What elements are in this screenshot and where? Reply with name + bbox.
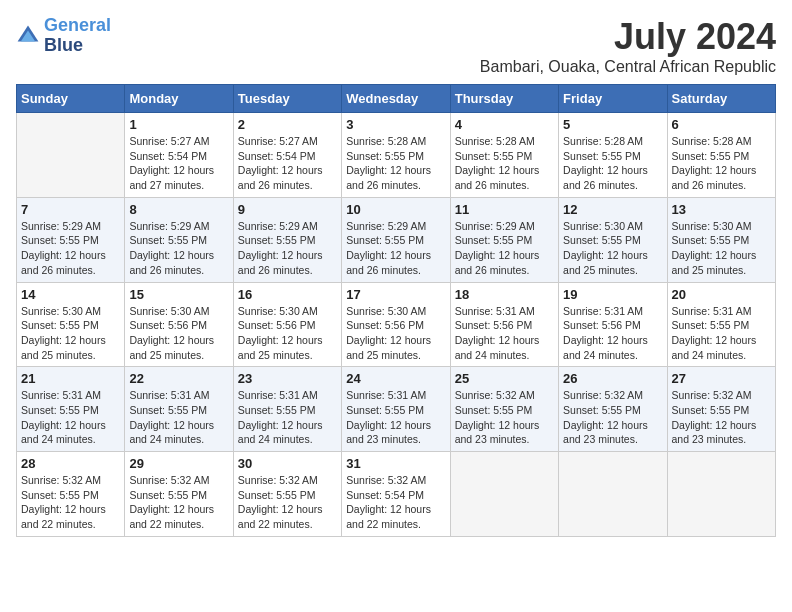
day-number: 3 — [346, 117, 445, 132]
calendar-cell: 19Sunrise: 5:31 AM Sunset: 5:56 PM Dayli… — [559, 282, 667, 367]
day-number: 21 — [21, 371, 120, 386]
title-area: July 2024 Bambari, Ouaka, Central Africa… — [480, 16, 776, 76]
day-info: Sunrise: 5:28 AM Sunset: 5:55 PM Dayligh… — [455, 134, 554, 193]
day-info: Sunrise: 5:31 AM Sunset: 5:55 PM Dayligh… — [129, 388, 228, 447]
day-info: Sunrise: 5:27 AM Sunset: 5:54 PM Dayligh… — [129, 134, 228, 193]
calendar-cell: 9Sunrise: 5:29 AM Sunset: 5:55 PM Daylig… — [233, 197, 341, 282]
day-number: 10 — [346, 202, 445, 217]
day-number: 2 — [238, 117, 337, 132]
day-info: Sunrise: 5:28 AM Sunset: 5:55 PM Dayligh… — [672, 134, 771, 193]
calendar-cell: 23Sunrise: 5:31 AM Sunset: 5:55 PM Dayli… — [233, 367, 341, 452]
day-header-wednesday: Wednesday — [342, 85, 450, 113]
main-title: July 2024 — [480, 16, 776, 58]
calendar-cell: 30Sunrise: 5:32 AM Sunset: 5:55 PM Dayli… — [233, 452, 341, 537]
calendar-table: SundayMondayTuesdayWednesdayThursdayFrid… — [16, 84, 776, 537]
calendar-cell: 20Sunrise: 5:31 AM Sunset: 5:55 PM Dayli… — [667, 282, 775, 367]
day-number: 27 — [672, 371, 771, 386]
logo-icon — [16, 24, 40, 48]
day-number: 19 — [563, 287, 662, 302]
calendar-body: 1Sunrise: 5:27 AM Sunset: 5:54 PM Daylig… — [17, 113, 776, 537]
day-info: Sunrise: 5:31 AM Sunset: 5:55 PM Dayligh… — [21, 388, 120, 447]
logo-text: General Blue — [44, 16, 111, 56]
day-info: Sunrise: 5:29 AM Sunset: 5:55 PM Dayligh… — [21, 219, 120, 278]
calendar-cell: 21Sunrise: 5:31 AM Sunset: 5:55 PM Dayli… — [17, 367, 125, 452]
day-header-saturday: Saturday — [667, 85, 775, 113]
calendar-cell: 3Sunrise: 5:28 AM Sunset: 5:55 PM Daylig… — [342, 113, 450, 198]
day-info: Sunrise: 5:32 AM Sunset: 5:55 PM Dayligh… — [672, 388, 771, 447]
day-info: Sunrise: 5:32 AM Sunset: 5:55 PM Dayligh… — [563, 388, 662, 447]
day-header-friday: Friday — [559, 85, 667, 113]
day-info: Sunrise: 5:30 AM Sunset: 5:56 PM Dayligh… — [129, 304, 228, 363]
day-number: 24 — [346, 371, 445, 386]
day-info: Sunrise: 5:30 AM Sunset: 5:55 PM Dayligh… — [563, 219, 662, 278]
calendar-cell: 18Sunrise: 5:31 AM Sunset: 5:56 PM Dayli… — [450, 282, 558, 367]
day-info: Sunrise: 5:32 AM Sunset: 5:55 PM Dayligh… — [21, 473, 120, 532]
day-info: Sunrise: 5:31 AM Sunset: 5:55 PM Dayligh… — [672, 304, 771, 363]
calendar-cell: 1Sunrise: 5:27 AM Sunset: 5:54 PM Daylig… — [125, 113, 233, 198]
day-info: Sunrise: 5:29 AM Sunset: 5:55 PM Dayligh… — [238, 219, 337, 278]
day-number: 26 — [563, 371, 662, 386]
calendar-cell: 13Sunrise: 5:30 AM Sunset: 5:55 PM Dayli… — [667, 197, 775, 282]
subtitle: Bambari, Ouaka, Central African Republic — [480, 58, 776, 76]
calendar-cell: 22Sunrise: 5:31 AM Sunset: 5:55 PM Dayli… — [125, 367, 233, 452]
day-info: Sunrise: 5:28 AM Sunset: 5:55 PM Dayligh… — [563, 134, 662, 193]
day-info: Sunrise: 5:31 AM Sunset: 5:55 PM Dayligh… — [238, 388, 337, 447]
day-number: 20 — [672, 287, 771, 302]
calendar-cell: 28Sunrise: 5:32 AM Sunset: 5:55 PM Dayli… — [17, 452, 125, 537]
day-info: Sunrise: 5:30 AM Sunset: 5:56 PM Dayligh… — [346, 304, 445, 363]
week-row: 1Sunrise: 5:27 AM Sunset: 5:54 PM Daylig… — [17, 113, 776, 198]
day-header-monday: Monday — [125, 85, 233, 113]
day-number: 13 — [672, 202, 771, 217]
day-info: Sunrise: 5:32 AM Sunset: 5:55 PM Dayligh… — [455, 388, 554, 447]
day-info: Sunrise: 5:27 AM Sunset: 5:54 PM Dayligh… — [238, 134, 337, 193]
calendar-cell: 17Sunrise: 5:30 AM Sunset: 5:56 PM Dayli… — [342, 282, 450, 367]
day-info: Sunrise: 5:31 AM Sunset: 5:56 PM Dayligh… — [563, 304, 662, 363]
day-info: Sunrise: 5:29 AM Sunset: 5:55 PM Dayligh… — [455, 219, 554, 278]
day-info: Sunrise: 5:32 AM Sunset: 5:55 PM Dayligh… — [238, 473, 337, 532]
day-number: 18 — [455, 287, 554, 302]
day-number: 25 — [455, 371, 554, 386]
calendar-cell: 10Sunrise: 5:29 AM Sunset: 5:55 PM Dayli… — [342, 197, 450, 282]
day-header-tuesday: Tuesday — [233, 85, 341, 113]
day-number: 8 — [129, 202, 228, 217]
logo: General Blue — [16, 16, 111, 56]
header: General Blue July 2024 Bambari, Ouaka, C… — [16, 16, 776, 76]
calendar-cell: 31Sunrise: 5:32 AM Sunset: 5:54 PM Dayli… — [342, 452, 450, 537]
day-number: 9 — [238, 202, 337, 217]
calendar-header-row: SundayMondayTuesdayWednesdayThursdayFrid… — [17, 85, 776, 113]
day-info: Sunrise: 5:29 AM Sunset: 5:55 PM Dayligh… — [129, 219, 228, 278]
day-info: Sunrise: 5:32 AM Sunset: 5:55 PM Dayligh… — [129, 473, 228, 532]
day-info: Sunrise: 5:32 AM Sunset: 5:54 PM Dayligh… — [346, 473, 445, 532]
week-row: 7Sunrise: 5:29 AM Sunset: 5:55 PM Daylig… — [17, 197, 776, 282]
day-number: 28 — [21, 456, 120, 471]
calendar-cell — [559, 452, 667, 537]
calendar-cell: 7Sunrise: 5:29 AM Sunset: 5:55 PM Daylig… — [17, 197, 125, 282]
day-number: 7 — [21, 202, 120, 217]
day-number: 31 — [346, 456, 445, 471]
week-row: 14Sunrise: 5:30 AM Sunset: 5:55 PM Dayli… — [17, 282, 776, 367]
week-row: 21Sunrise: 5:31 AM Sunset: 5:55 PM Dayli… — [17, 367, 776, 452]
day-number: 30 — [238, 456, 337, 471]
day-number: 15 — [129, 287, 228, 302]
calendar-cell: 24Sunrise: 5:31 AM Sunset: 5:55 PM Dayli… — [342, 367, 450, 452]
calendar-cell — [17, 113, 125, 198]
day-number: 11 — [455, 202, 554, 217]
calendar-cell — [667, 452, 775, 537]
calendar-cell: 6Sunrise: 5:28 AM Sunset: 5:55 PM Daylig… — [667, 113, 775, 198]
day-number: 6 — [672, 117, 771, 132]
day-number: 17 — [346, 287, 445, 302]
calendar-cell — [450, 452, 558, 537]
day-number: 4 — [455, 117, 554, 132]
week-row: 28Sunrise: 5:32 AM Sunset: 5:55 PM Dayli… — [17, 452, 776, 537]
day-info: Sunrise: 5:31 AM Sunset: 5:56 PM Dayligh… — [455, 304, 554, 363]
day-header-thursday: Thursday — [450, 85, 558, 113]
day-number: 16 — [238, 287, 337, 302]
calendar-cell: 14Sunrise: 5:30 AM Sunset: 5:55 PM Dayli… — [17, 282, 125, 367]
calendar-cell: 4Sunrise: 5:28 AM Sunset: 5:55 PM Daylig… — [450, 113, 558, 198]
calendar-cell: 29Sunrise: 5:32 AM Sunset: 5:55 PM Dayli… — [125, 452, 233, 537]
day-info: Sunrise: 5:30 AM Sunset: 5:55 PM Dayligh… — [21, 304, 120, 363]
calendar-cell: 8Sunrise: 5:29 AM Sunset: 5:55 PM Daylig… — [125, 197, 233, 282]
calendar-cell: 15Sunrise: 5:30 AM Sunset: 5:56 PM Dayli… — [125, 282, 233, 367]
calendar-cell: 11Sunrise: 5:29 AM Sunset: 5:55 PM Dayli… — [450, 197, 558, 282]
day-info: Sunrise: 5:30 AM Sunset: 5:56 PM Dayligh… — [238, 304, 337, 363]
